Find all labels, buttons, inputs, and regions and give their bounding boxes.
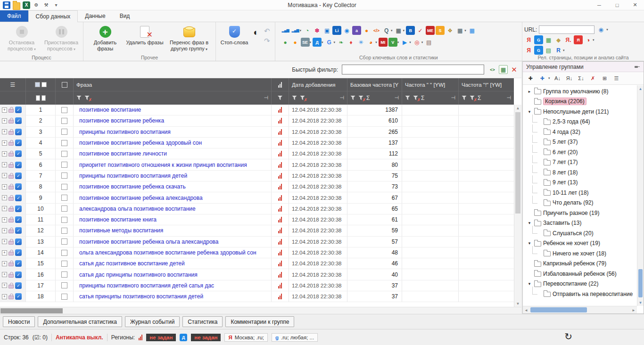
wordstat-deep-icon[interactable]: ▂▄▆ <box>291 26 300 35</box>
dropdown-arrow-icon[interactable]: ▾ <box>563 49 565 52</box>
table-row[interactable]: +✓ 3 принципы позитивного воспитания 12.… <box>0 127 514 138</box>
table-vscrollbar[interactable]: ▲ ▼ <box>514 105 521 307</box>
row-expand-icon[interactable]: + <box>2 107 7 113</box>
table-row[interactable]: +✓ 9 позитивное воспитание ребенка алекс… <box>0 192 514 203</box>
dropdown-arrow-icon[interactable]: ▾ <box>464 29 466 33</box>
hscroll-thumb[interactable] <box>0 308 63 313</box>
row-checkbox[interactable] <box>61 294 67 300</box>
phrase-stats-icon[interactable] <box>278 250 282 255</box>
region-globe-icon[interactable]: ◉ <box>596 25 605 34</box>
flower-icon[interactable]: ✽ <box>313 26 322 35</box>
spywords-icon[interactable]: S <box>436 26 445 35</box>
filter-clear-icon[interactable]: ✗ <box>413 96 418 100</box>
bottom-tab[interactable]: Дополнительная статистика <box>38 316 122 327</box>
select-all-icon[interactable] <box>35 82 40 87</box>
filter-icon[interactable] <box>76 96 82 100</box>
row-expand-icon[interactable]: + <box>2 272 7 277</box>
phrase-cell[interactable]: позитивное воспитание личности <box>74 148 272 159</box>
dropdown-arrow-icon[interactable]: ▾ <box>593 38 594 42</box>
table-hscrollbar[interactable] <box>0 307 521 314</box>
group-item[interactable]: Слушаться (20) <box>523 228 644 238</box>
target-icon[interactable]: ◎ <box>413 38 421 47</box>
table-row[interactable]: +✓ 13 позитивное воспитание ребенка ольг… <box>0 237 514 247</box>
table-row[interactable]: +✓ 18 сатья принципы позитивного воспита… <box>0 291 514 302</box>
dropdown-arrow-icon[interactable]: ▾ <box>403 29 405 33</box>
row-mark-icon[interactable]: ✓ <box>15 140 22 146</box>
col-quote-freq-label[interactable]: Частота " " [YW] <box>405 82 445 88</box>
green-pages-icon[interactable]: ▦ <box>544 35 553 44</box>
excel-export-icon[interactable]: X <box>23 1 30 9</box>
scroll-down-icon[interactable]: ▼ <box>514 300 521 307</box>
redo-icon[interactable]: ↷ <box>264 37 270 44</box>
row-mark-icon[interactable]: ✓ <box>15 260 22 267</box>
save-icon[interactable] <box>3 1 10 9</box>
google-ads-icon[interactable]: G <box>325 38 334 47</box>
phrase-cell[interactable]: позитивное воспитание книга <box>74 214 272 225</box>
row-checkbox[interactable] <box>61 217 67 223</box>
scroll-left-icon[interactable]: ◄ <box>523 306 529 314</box>
phrase-stats-icon[interactable] <box>278 239 282 245</box>
row-lock-icon[interactable] <box>8 219 14 222</box>
analytics-pie-icon[interactable]: ◔ <box>303 26 312 35</box>
tree-down-arrow-icon[interactable]: ▾ <box>527 109 532 114</box>
row-checkbox[interactable] <box>61 184 67 190</box>
phrase-stats-icon[interactable] <box>278 129 282 135</box>
row-mark-icon[interactable]: ✓ <box>15 107 22 113</box>
table-row[interactable]: +✓ 10 александрова ольга позитивное восп… <box>0 204 514 214</box>
photos-icon[interactable]: ▣ <box>322 26 331 35</box>
row-expand-icon[interactable]: + <box>2 217 7 222</box>
row-lock-icon[interactable] <box>8 285 14 288</box>
table-row[interactable]: +✓ 14 ольга александрова позитивное восп… <box>0 247 514 258</box>
vscroll-thumb[interactable] <box>638 269 643 297</box>
row-expand-icon[interactable]: + <box>2 228 7 233</box>
phrase-stats-icon[interactable] <box>278 173 282 179</box>
dropdown-arrow-icon[interactable]: ▾ <box>322 41 323 44</box>
table-row[interactable]: +✓ 2 позитивное воспитание ребенка 12.04… <box>0 115 514 126</box>
tools-icon[interactable]: ⚒ <box>42 1 50 9</box>
phrase-cell[interactable]: позитивное воспитание <box>74 105 272 115</box>
row-lock-icon[interactable] <box>8 296 14 299</box>
table-row[interactable]: +✓ 7 принципы позитивного воспитания дет… <box>0 171 514 181</box>
group-item[interactable]: ▾ Непослушные дети (121) <box>523 107 644 117</box>
check-positions-icon[interactable]: ✓ <box>416 26 425 35</box>
tag-icon[interactable]: ◆ <box>554 35 563 44</box>
sum-icon[interactable]: Σ <box>366 95 370 101</box>
row-expand-icon[interactable]: + <box>2 283 7 288</box>
row-mark-icon[interactable]: ✓ <box>15 150 22 157</box>
col-base-freq-label[interactable]: Базовая частота [Y <box>350 82 398 88</box>
phrase-cell[interactable]: сатья принципы позитивного воспитания де… <box>74 291 272 302</box>
sort-za-icon[interactable]: Я↓ <box>565 74 574 83</box>
open-folder-icon[interactable] <box>13 2 20 10</box>
yandex-dot-icon[interactable]: Я. <box>564 35 573 44</box>
pin-icon[interactable] <box>635 65 640 69</box>
row-checkbox[interactable] <box>61 238 67 245</box>
globe-stats-icon[interactable]: ◉ <box>342 26 351 35</box>
group-item[interactable]: 8 лет (18) <box>523 167 644 178</box>
row-lock-icon[interactable] <box>8 109 14 113</box>
filter-icon[interactable] <box>405 96 410 100</box>
row-expand-icon[interactable]: + <box>2 140 7 146</box>
dropdown-arrow-icon[interactable]: ▾ <box>548 76 550 80</box>
bing-icon[interactable]: B <box>406 26 415 35</box>
pepper-icon[interactable]: ♦ <box>347 38 355 47</box>
row-checkbox[interactable] <box>61 140 67 146</box>
phrase-stats-icon[interactable] <box>278 162 282 168</box>
filter-clear-icon[interactable]: ✗ <box>84 96 90 100</box>
phrase-cell[interactable]: позитивное воспитание ребенка александро… <box>74 192 272 203</box>
stats-pie-icon[interactable]: ◑ <box>584 35 593 44</box>
dropdown-arrow-icon[interactable]: ▾ <box>421 41 423 44</box>
column-pin-icon[interactable]: ⊣ <box>506 95 511 101</box>
table-row[interactable]: +✓ 12 позитивные методы воспитания 12.04… <box>0 225 514 236</box>
leaf-icon[interactable]: ❧ <box>337 38 346 47</box>
scroll-up-icon[interactable]: ▲ <box>514 105 521 111</box>
phrase-stats-icon[interactable] <box>278 228 282 233</box>
row-mark-icon[interactable]: ✓ <box>15 172 22 179</box>
col-date-label[interactable]: Дата добавления <box>292 82 335 88</box>
group-item[interactable]: 10-11 лет (18) <box>523 188 644 198</box>
group-item[interactable]: 6 лет (20) <box>523 147 644 157</box>
kei-column-icon[interactable] <box>278 82 282 88</box>
row-expand-icon[interactable]: + <box>2 239 7 244</box>
seranking-icon[interactable]: V <box>388 38 397 47</box>
add-phrases-button[interactable]: + Добавить фразы <box>85 24 125 51</box>
scroll-right-icon[interactable]: ► <box>630 306 637 314</box>
